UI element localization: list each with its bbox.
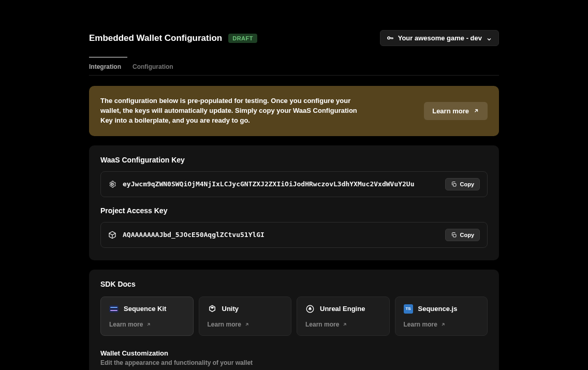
unity-icon: [208, 304, 217, 314]
learn-more-button[interactable]: Learn more: [424, 102, 488, 120]
copy-waas-button[interactable]: Copy: [445, 178, 480, 190]
key-icon: [387, 35, 394, 42]
customization-heading: Wallet Customization: [100, 349, 488, 357]
gear-icon: [108, 180, 116, 188]
tabs: Integration Configuration: [89, 57, 499, 76]
waas-key-field: eyJwcm9qZWN0SWQiOjM4NjIxLCJycGNTZXJ2ZXIi…: [100, 171, 488, 197]
sdk-learn-more: Learn more: [109, 321, 185, 328]
sdk-item-sequence-kit[interactable]: Sequence Kit Learn more: [100, 297, 194, 336]
sdk-card: SDK Docs Sequence Kit Learn more: [89, 270, 499, 370]
svg-rect-1: [453, 183, 456, 186]
title-group: Embedded Wallet Configuration DRAFT: [89, 33, 257, 43]
project-key-label: Project Access Key: [100, 206, 488, 215]
page-title: Embedded Wallet Configuration: [89, 33, 222, 43]
waas-key-label: WaaS Configuration Key: [100, 156, 488, 164]
copy-label: Copy: [460, 181, 475, 187]
sdk-learn-more: Learn more: [404, 321, 479, 328]
cube-icon: [108, 231, 116, 239]
project-selector[interactable]: Your awesome game - dev: [380, 30, 499, 46]
copy-icon: [451, 181, 457, 187]
sdk-heading: SDK Docs: [100, 280, 488, 288]
learn-more-label: Learn more: [432, 107, 469, 115]
sdk-learn-more: Learn more: [208, 321, 283, 328]
external-arrow-icon: [146, 322, 151, 327]
project-key-field: AQAAAAAAAJbd_5JOcE50AqglZCtvu51YlGI Copy: [100, 222, 488, 248]
copy-icon: [451, 232, 457, 238]
copy-label: Copy: [460, 232, 475, 238]
sdk-name: Sequence.js: [418, 305, 458, 313]
external-arrow-icon: [473, 108, 479, 114]
waas-key-value: eyJwcm9qZWN0SWQiOjM4NjIxLCJycGNTZXJ2ZXIi…: [123, 180, 439, 188]
sdk-name: Unreal Engine: [320, 305, 365, 313]
sdk-learn-more: Learn more: [305, 321, 381, 328]
external-arrow-icon: [440, 322, 446, 327]
sequence-kit-icon: [109, 304, 119, 314]
sdk-item-unreal[interactable]: Unreal Engine Learn more: [297, 297, 390, 336]
sdk-item-sequencejs[interactable]: TS Sequence.js Learn more: [395, 297, 488, 336]
unreal-icon: [305, 304, 315, 314]
copy-project-button[interactable]: Copy: [445, 229, 480, 241]
draft-badge: DRAFT: [228, 34, 257, 43]
page-header: Embedded Wallet Configuration DRAFT Your…: [89, 30, 499, 46]
notice-text: The configuration below is pre-populated…: [100, 96, 359, 126]
sdk-item-unity[interactable]: Unity Learn more: [199, 297, 292, 336]
svg-rect-2: [453, 234, 456, 237]
tab-indicator: [89, 57, 127, 57]
chevron-down-icon: [486, 35, 492, 41]
config-card: WaaS Configuration Key eyJwcm9qZWN0SWQiO…: [89, 145, 499, 260]
tab-integration[interactable]: Integration: [89, 58, 121, 76]
notice-banner: The configuration below is pre-populated…: [89, 86, 499, 136]
customization-sub: Edit the appearance and functionality of…: [100, 359, 488, 366]
external-arrow-icon: [244, 322, 249, 327]
notice-suffix: into a boilerplate, and you are ready to…: [113, 116, 250, 124]
project-key-value: AQAAAAAAAJbd_5JOcE50AqglZCtvu51YlGI: [123, 231, 439, 239]
sdk-name: Sequence Kit: [124, 305, 166, 313]
external-arrow-icon: [342, 322, 347, 327]
tab-configuration[interactable]: Configuration: [133, 58, 173, 76]
sdk-grid: Sequence Kit Learn more Unity Learn more: [100, 297, 488, 336]
typescript-icon: TS: [404, 304, 413, 314]
project-name-label: Your awesome game - dev: [398, 34, 482, 42]
sdk-name: Unity: [222, 305, 239, 313]
